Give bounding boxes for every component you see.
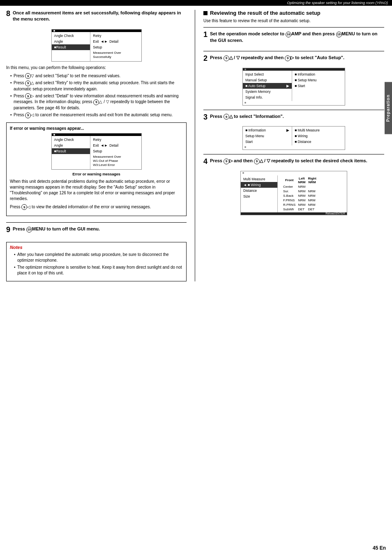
menu-exit-detail-2: Exit ◄► Detail (90, 143, 141, 148)
step-9-header: 9 Press 10MENU to turn off the GUI menu. (6, 226, 187, 236)
right-step-2-header: 2 Press 9△ / ▽ repeatedly and then 9▷ to… (203, 55, 384, 64)
td-center: Center (282, 184, 297, 189)
td-sur-nrm1: NRM (297, 189, 307, 193)
warning-body: When this unit detects potential problem… (10, 179, 183, 202)
screen-step3-body: ■ Information▶ Setup Menu Start ■ Multi … (243, 127, 345, 145)
menu-auto-setup: ■ Auto Setup▶ (243, 83, 292, 89)
screen-mockup-2: Angle Check Angle ■Result Retry Exit ◄► … (51, 133, 142, 170)
divider-4 (203, 154, 384, 154)
screen-step3-right: ■ Multi Measure ■ Wiring ■ Distance (292, 127, 341, 145)
notes-box: Notes After you have completed the autom… (6, 242, 187, 281)
step-8-header: 8 Once all measurement items are set suc… (6, 10, 187, 26)
td-fprns-nrm1: NRM (297, 198, 307, 203)
divider-3 (203, 110, 384, 110)
reload-enter-text: Reload:ENTER (325, 212, 345, 215)
right-step-4-number: 4 (203, 158, 208, 165)
right-step-4-title: Press 9▷ and then 9△ / ▽ repeatedly to s… (210, 158, 367, 164)
warning-caption: Error or warning messages (10, 172, 183, 176)
menu-setup-menu-r: ■ Setup Menu (292, 77, 341, 83)
step-9-block: 9 Press 10MENU to turn off the GUI menu. (6, 222, 187, 236)
th-left: LeftNRM (297, 176, 307, 184)
menu-angle-check: Angle Check (52, 33, 90, 39)
menu-exit-detail: Exit ◄► Detail (90, 39, 141, 44)
menu-setup-menu-l: Setup Menu (243, 133, 292, 139)
table-row-subwfr: SubWfr DET DET (279, 207, 318, 212)
section-intro: Use this feature to review the result of… (203, 18, 384, 24)
td-sur-nrm2: NRM (307, 189, 317, 193)
bullet-1: Press 9▽ and select "Setup" to set the m… (10, 73, 187, 79)
screen-step4-left: Multi Measure ◄ ■ Wiring Distance Size (241, 175, 278, 212)
main-content: 8 Once all measurement items are set suc… (0, 6, 392, 286)
screen-step4-right: Front LeftNRM RightNRM Center NRM (278, 175, 319, 212)
measure-table: Front LeftNRM RightNRM Center NRM (279, 176, 318, 212)
screen-step4-body: Multi Measure ◄ ■ Wiring Distance Size F… (241, 175, 347, 212)
td-fprns-nrm2: NRM (307, 198, 317, 203)
table-row-sback: S.Back NRM NRM (279, 193, 318, 198)
section-title-text: Reviewing the result of the automatic se… (210, 10, 321, 16)
menu-retry-2: Retry (90, 137, 141, 143)
step-8-bullets: Press 9▽ and select "Setup" to set the m… (6, 73, 187, 118)
menu-start-r: ■ Start (292, 83, 341, 89)
td-rprns-nrm2: NRM (307, 203, 317, 207)
left-column: 8 Once all measurement items are set suc… (6, 10, 195, 281)
side-preparation-tab: Preparation (385, 82, 392, 134)
screen-step4-dot-top (242, 172, 244, 174)
screen-step3-left: ■ Information▶ Setup Menu Start (243, 127, 292, 145)
menu-distance-l: Distance (241, 188, 277, 193)
menu-retry: Retry (90, 33, 141, 39)
menu-angle-2: Angle (52, 143, 90, 148)
right-step-3-number: 3 (203, 113, 208, 121)
screen-step2-dot-bottom (244, 102, 246, 104)
right-step-2-number: 2 (203, 55, 208, 62)
top-bar: Optimizing the speaker setting for your … (0, 0, 392, 6)
warning-press-text: Press 9◁ to view the detailed informatio… (10, 204, 183, 210)
bullet-4: Press 9◁ to cancel the measurement resul… (10, 112, 187, 118)
td-subwfr-det1: DET (297, 207, 307, 212)
td-rprns-nrm1: NRM (297, 203, 307, 207)
th-right: RightNRM (307, 176, 317, 184)
menu-angle: Angle (52, 39, 90, 44)
page-number: 45 En (373, 545, 386, 551)
menu-setup-2: Setup (90, 148, 141, 154)
td-sback: S.Back (282, 193, 297, 198)
right-column: Reviewing the result of the automatic se… (195, 10, 384, 281)
screen-body-2: Angle Check Angle ■Result Retry Exit ◄► … (52, 136, 141, 169)
bullet-2: Press 9△ and select "Retry" to retry the… (10, 80, 187, 92)
menu-multi-measure-r: ■ Multi Measure (292, 127, 341, 133)
right-step-4-block: 4 Press 9▷ and then 9△ / ▽ repeatedly to… (203, 158, 384, 215)
screen-step3-dot-bottom (244, 146, 246, 148)
page: Optimizing the speaker setting for your … (0, 0, 392, 555)
right-step-3-title: Press 9△ to select "Information". (210, 113, 284, 120)
menu-start-l: Start (243, 139, 292, 145)
right-step-2-title: Press 9△ / ▽ repeatedly and then 9▷ to s… (210, 55, 344, 61)
table-header-row: Front LeftNRM RightNRM (279, 176, 318, 184)
screen-dot-2 (53, 134, 55, 136)
right-step-3-header: 3 Press 9△ to select "Information". (203, 113, 384, 123)
menu-measurement-over: Measurement OverSuccessfully (90, 50, 141, 60)
table-row-fprns: F.PRNS NRM NRM (279, 198, 318, 203)
divider-2 (203, 51, 384, 51)
screen-left-menu-2: Angle Check Angle ■Result (52, 136, 91, 169)
menu-information-r: ■ Information (292, 71, 341, 77)
menu-input-select: Input Select (243, 71, 292, 77)
td-subwfr: SubWfr (282, 207, 297, 212)
menu-result-2: ■Result (52, 148, 90, 154)
right-step-1-number: 1 (203, 31, 208, 38)
table-row-sur: Sur. NRM NRM (279, 189, 318, 193)
right-step-4-header: 4 Press 9▷ and then 9△ / ▽ repeatedly to… (203, 158, 384, 168)
warning-box: If error or warning messages appear... A… (6, 122, 187, 216)
screen-body-1: Angle Check Angle ■Result Retry Exit ◄► … (52, 32, 141, 61)
screen-step2-body: Input Select Manual Setup ■ Auto Setup▶ … (243, 71, 345, 101)
menu-manual-setup: Manual Setup (243, 77, 292, 83)
menu-wiring-l: ◄ ■ Wiring (241, 182, 277, 188)
step-8-body-intro: In this menu, you can perform the follow… (6, 65, 187, 71)
table-row-rprns: R.PRNS NRM NRM (279, 203, 318, 207)
td-fprns: F.PRNS (282, 198, 297, 203)
menu-distance-r: ■ Distance (292, 139, 341, 145)
menu-size-l: Size (241, 193, 277, 199)
note-1: After you have completed the automatic s… (14, 252, 183, 263)
menu-system-memory: System Memory (243, 89, 292, 94)
table-row-center: Center NRM (279, 184, 318, 189)
menu-info-l: ■ Information▶ (243, 127, 292, 133)
section-square-icon (203, 11, 208, 15)
